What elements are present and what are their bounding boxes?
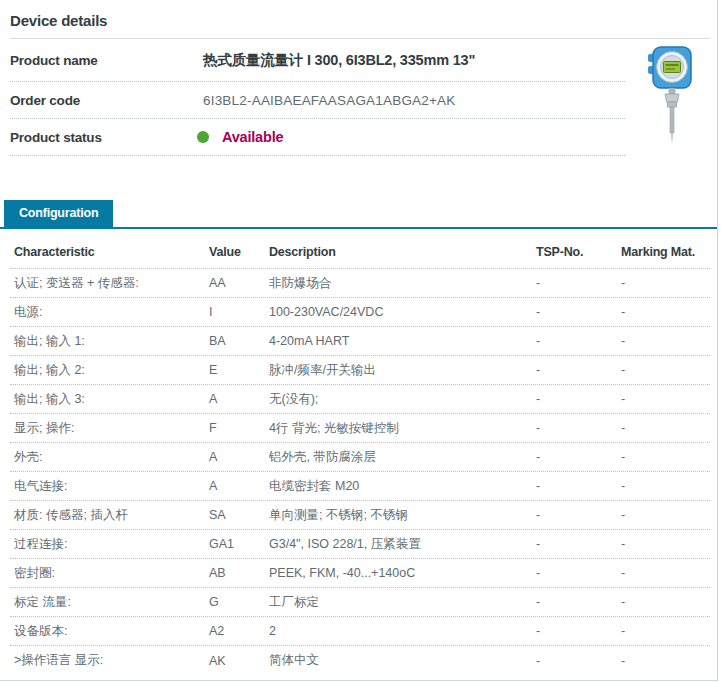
cell-tsp-no: - — [536, 537, 621, 551]
cell-description: 非防爆场合 — [269, 275, 536, 292]
product-name-value: 热式质量流量计 I 300, 6I3BL2, 335mm 13" — [203, 51, 475, 70]
cell-tsp-no: - — [536, 363, 621, 377]
cell-characteristic: 显示; 操作: — [10, 420, 209, 437]
cell-tsp-no: - — [536, 595, 621, 609]
cell-value: AB — [209, 566, 269, 580]
header-marking-mat: Marking Mat. — [621, 245, 710, 259]
cell-characteristic: 材质: 传感器; 插入杆 — [10, 507, 209, 524]
cell-description: 100-230VAC/24VDC — [269, 305, 536, 319]
order-code-label: Order code — [10, 93, 203, 108]
table-row: 电源: I 100-230VAC/24VDC - - — [10, 298, 710, 327]
cell-tsp-no: - — [536, 334, 621, 348]
cell-marking-mat: - — [621, 595, 710, 609]
cell-characteristic: 设备版本: — [10, 623, 209, 640]
cell-marking-mat: - — [621, 305, 710, 319]
cell-marking-mat: - — [621, 334, 710, 348]
table-row: 外壳: A 铝外壳, 带防腐涂层 - - — [10, 443, 710, 472]
configuration-table-header: Characteristic Value Description TSP-No.… — [10, 229, 710, 269]
cell-marking-mat: - — [621, 537, 710, 551]
table-row: 输出; 输入 3: A 无(没有); - - — [10, 385, 710, 414]
table-row: 设备版本: A2 2 - - — [10, 617, 710, 646]
cell-description: 电缆密封套 M20 — [269, 478, 536, 495]
product-name-row: Product name 热式质量流量计 I 300, 6I3BL2, 335m… — [10, 39, 625, 82]
section-title: Device details — [10, 12, 710, 39]
cell-value: E — [209, 363, 269, 377]
cell-value: A — [209, 450, 269, 464]
cell-marking-mat: - — [621, 450, 710, 464]
cell-value: G — [209, 595, 269, 609]
available-status-dot-icon — [197, 131, 209, 143]
cell-tsp-no: - — [536, 392, 621, 406]
table-row: 输出; 输入 1: BA 4-20mA HART - - — [10, 327, 710, 356]
cell-description: 4行 背光; 光敏按键控制 — [269, 420, 536, 437]
cell-tsp-no: - — [536, 566, 621, 580]
table-row: 密封圈: AB PEEK, FKM, -40...+140oC - - — [10, 559, 710, 588]
cell-characteristic: 输出; 输入 1: — [10, 333, 209, 350]
cell-value: BA — [209, 334, 269, 348]
table-row: 电气连接: A 电缆密封套 M20 - - — [10, 472, 710, 501]
cell-value: AK — [209, 654, 269, 668]
cell-marking-mat: - — [621, 566, 710, 580]
order-code-value: 6I3BL2-AAIBAEAFAASAGA1ABGA2+AK — [203, 93, 456, 108]
detail-rows: Product name 热式质量流量计 I 300, 6I3BL2, 335m… — [10, 39, 625, 156]
cell-marking-mat: - — [621, 392, 710, 406]
product-status-label: Product status — [10, 130, 203, 145]
cell-characteristic: 外壳: — [10, 449, 209, 466]
table-row: 输出; 输入 2: E 脉冲/频率/开关输出 - - — [10, 356, 710, 385]
cell-marking-mat: - — [621, 421, 710, 435]
product-status-row: Product status Available — [10, 119, 625, 156]
product-name-label: Product name — [10, 53, 203, 68]
product-image — [647, 46, 697, 146]
order-code-row: Order code 6I3BL2-AAIBAEAFAASAGA1ABGA2+A… — [10, 82, 625, 119]
cell-marking-mat: - — [621, 276, 710, 290]
cell-description: 4-20mA HART — [269, 334, 536, 348]
cell-characteristic: 输出; 输入 3: — [10, 391, 209, 408]
cell-characteristic: 认证; 变送器 + 传感器: — [10, 275, 209, 292]
cell-tsp-no: - — [536, 421, 621, 435]
cell-characteristic: 密封圈: — [10, 565, 209, 582]
thermal-mass-flowmeter-icon — [647, 46, 697, 146]
status-wrap: Available — [203, 129, 283, 145]
table-row: 显示; 操作: F 4行 背光; 光敏按键控制 - - — [10, 414, 710, 443]
table-row: 认证; 变送器 + 传感器: AA 非防爆场合 - - — [10, 269, 710, 298]
cell-description: 2 — [269, 624, 536, 638]
cell-value: A — [209, 479, 269, 493]
cell-characteristic: >操作语言 显示: — [10, 652, 209, 669]
cell-description: 单向测量; 不锈钢; 不锈钢 — [269, 507, 536, 524]
cell-description: 脉冲/频率/开关输出 — [269, 362, 536, 379]
cell-characteristic: 输出; 输入 2: — [10, 362, 209, 379]
cell-marking-mat: - — [621, 624, 710, 638]
cell-tsp-no: - — [536, 479, 621, 493]
cell-value: F — [209, 421, 269, 435]
configuration-section: Configuration Characteristic Value Descr… — [0, 200, 717, 675]
header-characteristic: Characteristic — [10, 245, 209, 259]
cell-value: A — [209, 392, 269, 406]
table-row: 材质: 传感器; 插入杆 SA 单向测量; 不锈钢; 不锈钢 - - — [10, 501, 710, 530]
cell-value: SA — [209, 508, 269, 522]
table-row: 标定 流量: G 工厂标定 - - — [10, 588, 710, 617]
cell-value: AA — [209, 276, 269, 290]
cell-marking-mat: - — [621, 654, 710, 668]
cell-characteristic: 电气连接: — [10, 478, 209, 495]
cell-description: G3/4", ISO 228/1, 压紧装置 — [269, 536, 536, 553]
cell-tsp-no: - — [536, 624, 621, 638]
cell-description: 工厂标定 — [269, 594, 536, 611]
header-value: Value — [209, 245, 269, 259]
configuration-table-body: 认证; 变送器 + 传感器: AA 非防爆场合 - - 电源: I 100-23… — [10, 269, 710, 675]
cell-value: A2 — [209, 624, 269, 638]
cell-characteristic: 过程连接: — [10, 536, 209, 553]
table-row: 过程连接: GA1 G3/4", ISO 228/1, 压紧装置 - - — [10, 530, 710, 559]
product-status-value: Available — [222, 129, 283, 145]
cell-characteristic: 标定 流量: — [10, 594, 209, 611]
cell-tsp-no: - — [536, 508, 621, 522]
cell-description: 铝外壳, 带防腐涂层 — [269, 449, 536, 466]
device-details-page: Device details Product name 热式质量流量计 I 30… — [0, 0, 718, 681]
cell-marking-mat: - — [621, 508, 710, 522]
cell-marking-mat: - — [621, 363, 710, 377]
cell-tsp-no: - — [536, 305, 621, 319]
configuration-table: Characteristic Value Description TSP-No.… — [0, 229, 717, 675]
cell-tsp-no: - — [536, 654, 621, 668]
tab-configuration[interactable]: Configuration — [4, 200, 113, 227]
device-details-section: Device details Product name 热式质量流量计 I 30… — [0, 0, 717, 156]
cell-description: PEEK, FKM, -40...+140oC — [269, 566, 536, 580]
